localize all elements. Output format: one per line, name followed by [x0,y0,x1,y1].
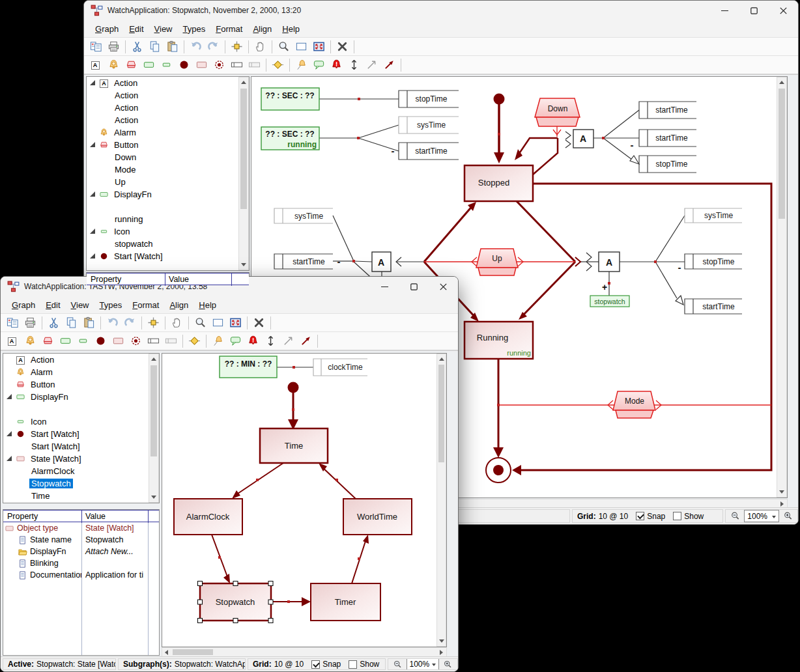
menu-view[interactable]: View [66,298,94,312]
tree-item-action[interactable]: AAction [3,354,159,366]
paste-button[interactable] [80,315,98,331]
scroll-down-arrow[interactable] [149,492,159,502]
tree-item-button[interactable]: Button [87,139,249,151]
zoom-button[interactable] [275,39,293,55]
menu-format[interactable]: Format [210,22,248,36]
stopwatch-tag-box[interactable]: stopwatch [590,296,629,307]
menu-graph[interactable]: Graph [7,298,40,312]
state-timer[interactable]: Timer [311,583,380,621]
button-tool-button[interactable] [39,333,57,349]
tree-scrollbar[interactable] [238,77,249,270]
final-state-tool-button[interactable] [127,333,145,349]
state-stopwatch-selected[interactable]: Stopwatch [198,581,274,623]
condition-box[interactable]: ?? : MIN : ?? [220,356,277,378]
alarm-tool-button[interactable] [105,57,122,73]
tree-item-blank[interactable] [3,403,159,415]
scroll-up-arrow[interactable] [777,77,787,87]
tree-item-start-watch[interactable]: Start [Watch] [3,428,159,440]
tree-item-alarmclock[interactable]: AlarmClock [3,465,159,477]
start-state-tool-button[interactable] [92,333,109,349]
tree-item-icon[interactable]: Icon [87,225,249,238]
resize-tool-button[interactable] [345,57,363,73]
pan-button[interactable] [168,315,186,331]
scroll-up-arrow[interactable] [437,354,447,364]
scroll-down-arrow[interactable] [777,487,787,497]
show-checkbox[interactable] [349,660,357,669]
delete-button[interactable] [334,39,351,55]
canvas-vscrollbar[interactable] [777,77,787,497]
text-tool-button[interactable]: A [87,57,105,73]
var-stoptime-tr[interactable]: stopTime [639,156,696,173]
menu-edit[interactable]: Edit [124,22,149,36]
marquee-zoom-button[interactable] [209,315,227,331]
cut-button[interactable] [128,39,146,55]
report-button[interactable] [87,39,105,55]
tree-item-state-watch[interactable]: State [Watch] [3,453,159,465]
cut-button[interactable] [45,315,63,331]
text-tool-button[interactable]: A [4,333,21,349]
tree-item-time[interactable]: Time [3,490,159,502]
zoom-out-icon[interactable] [730,511,740,522]
fit-view-button[interactable] [227,315,244,331]
state-tool-button[interactable] [109,333,127,349]
final-state-tool-button[interactable] [210,57,228,73]
maximize-button[interactable] [399,277,429,296]
zoom-select[interactable]: 100% [407,658,440,670]
move-node-button[interactable] [145,315,162,331]
redo-button[interactable] [121,315,139,331]
time-var-disabled-tool-button[interactable] [162,333,180,349]
alarm-note-tool-button[interactable] [209,333,227,349]
tree-item-action-3[interactable]: Action [87,102,249,114]
zoom-in-icon[interactable] [443,659,453,670]
pan-button[interactable] [251,39,269,55]
report-button[interactable] [4,315,21,331]
tree-item-up[interactable]: Up [87,176,249,188]
scroll-thumb[interactable] [173,649,213,655]
scroll-down-arrow[interactable] [239,260,249,270]
var-systime[interactable]: sysTime [399,117,459,133]
state-running[interactable]: Running running [464,322,533,359]
tree-item-action-2[interactable]: Action [87,89,249,102]
tree-item-alarm[interactable]: Alarm [87,126,249,139]
comment-tool-button[interactable] [227,333,244,349]
var-stoptime[interactable]: stopTime [399,91,459,107]
menu-types[interactable]: Types [178,22,211,36]
var-clocktime[interactable]: clockTime [313,359,367,376]
tree-item-start-watch[interactable]: Start [Watch] [87,250,249,262]
tree-item-blank[interactable] [87,201,249,213]
tree-item-displayfn[interactable]: DisplayFn [3,391,159,403]
canvas-vscrollbar[interactable] [436,354,446,647]
time-var-tool-button[interactable] [228,57,246,73]
scroll-thumb[interactable] [150,365,157,456]
show-checkbox[interactable] [673,512,681,520]
var-stoptime-r[interactable]: stopTime [685,254,742,269]
zoom-out-icon[interactable] [393,659,403,670]
icon-tool-button[interactable] [74,333,92,349]
state-time[interactable]: Time [260,428,328,463]
diagram-canvas-tastw[interactable]: ?? : MIN : ?? clockTime Time AlarmClock [162,353,447,647]
menu-help[interactable]: Help [277,22,305,36]
undo-button[interactable] [187,39,205,55]
tree-item-running[interactable]: running [87,213,249,225]
menu-align[interactable]: Align [248,22,277,36]
start-state-tool-button[interactable] [175,57,193,73]
var-starttime-mid[interactable]: startTime [274,254,333,269]
scroll-thumb[interactable] [240,89,247,209]
var-starttime-tr1[interactable]: startTime [639,102,696,119]
fit-view-button[interactable] [310,39,328,55]
maximize-button[interactable] [739,1,769,20]
alarm-tool-button[interactable] [21,333,39,349]
close-button[interactable] [429,277,458,296]
menu-types[interactable]: Types [94,298,128,312]
condition-box-2[interactable]: ?? : SEC : ?? running [261,127,319,150]
titlebar[interactable]: WatchApplication: Stopwatch, November 2,… [84,1,798,20]
menu-format[interactable]: Format [127,298,164,312]
assign-box-right[interactable]: A [599,252,620,272]
var-systime-mid[interactable]: sysTime [274,208,333,223]
tree-item-displayfn[interactable]: DisplayFn [87,188,249,201]
displayfn-tool-button[interactable] [140,57,158,73]
comment-tool-button[interactable] [310,57,328,73]
print-button[interactable] [105,39,122,55]
state-alarmclock[interactable]: AlarmClock [174,499,242,535]
var-starttime-r[interactable]: startTime [685,299,742,314]
